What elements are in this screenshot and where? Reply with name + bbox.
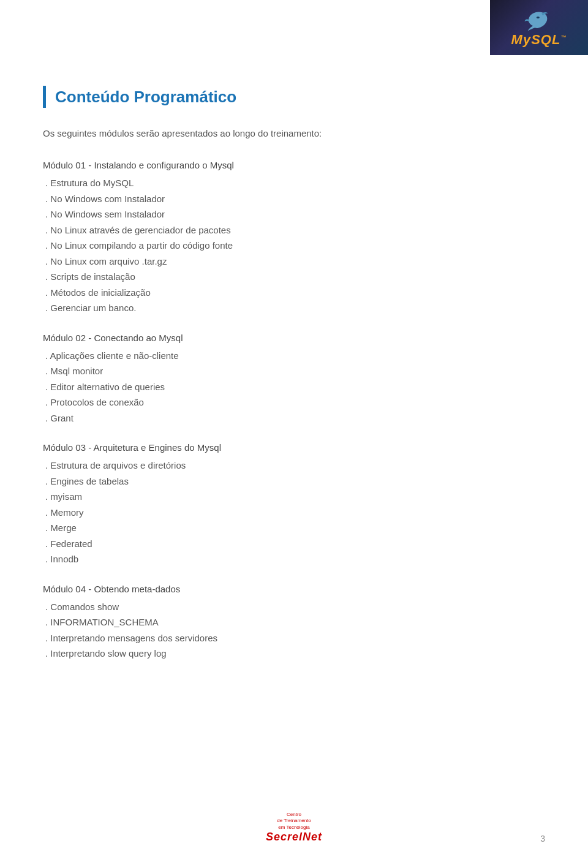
module-1-item-1: . Estrutura do MySQL: [43, 175, 545, 191]
module-2-item-3: . Editor alternativo de queries: [43, 379, 545, 395]
module-1-item-4: . No Linux através de gerenciador de pac…: [43, 222, 545, 238]
module-3-item-5: . Merge: [43, 520, 545, 536]
module-2-item-4: . Protocolos de conexão: [43, 394, 545, 410]
module-3-title: Módulo 03 - Arquitetura e Engines do Mys…: [43, 440, 545, 455]
module-4-item-4: . Interpretando slow query log: [43, 646, 545, 662]
module-3-item-6: . Federated: [43, 536, 545, 552]
module-1-item-9: . Gerenciar um banco.: [43, 300, 545, 316]
footer-brand-name: SecrelNet: [266, 831, 322, 843]
module-2-item-1: . Aplicações cliente e não-cliente: [43, 348, 545, 364]
module-3-item-3: . myisam: [43, 489, 545, 505]
page-container: MySQL™ Conteúdo Programático Os seguinte…: [0, 0, 588, 868]
module-4-block: Módulo 04 - Obtendo meta-dados . Comando…: [43, 582, 545, 662]
page-number: 3: [540, 834, 545, 843]
module-4-title: Módulo 04 - Obtendo meta-dados: [43, 582, 545, 597]
title-bar-decoration: [43, 86, 46, 108]
footer-logo-top-text: Centro de Treinamento em Tecnologia: [277, 812, 311, 831]
module-4-item-3: . Interpretando mensagens dos servidores: [43, 630, 545, 646]
mysql-brand-text: MySQL™: [511, 33, 567, 47]
module-1-item-5: . No Linux compilando a partir do código…: [43, 238, 545, 254]
module-3-item-2: . Engines de tabelas: [43, 474, 545, 489]
module-3-item-4: . Memory: [43, 505, 545, 521]
module-1-block: Módulo 01 - Instalando e configurando o …: [43, 158, 545, 316]
module-1-item-2: . No Windows com Instalador: [43, 191, 545, 207]
mysql-logo: MySQL™: [490, 0, 588, 55]
footer-logo: Centro de Treinamento em Tecnologia Secr…: [266, 812, 322, 843]
module-2-title: Módulo 02 - Conectando ao Mysql: [43, 331, 545, 345]
module-1-item-6: . No Linux com arquivo .tar.gz: [43, 254, 545, 270]
page-title: Conteúdo Programático: [55, 88, 236, 107]
module-3-block: Módulo 03 - Arquitetura e Engines do Mys…: [43, 440, 545, 567]
module-2-block: Módulo 02 - Conectando ao Mysql . Aplica…: [43, 331, 545, 426]
module-3-item-1: . Estrutura de arquivos e diretórios: [43, 458, 545, 474]
intro-text: Os seguintes módulos serão apresentados …: [43, 126, 545, 141]
module-1-item-8: . Métodos de inicialização: [43, 285, 545, 301]
module-1-title: Módulo 01 - Instalando e configurando o …: [43, 158, 545, 173]
mysql-dolphin-icon: [524, 9, 554, 33]
module-3-item-7: . Innodb: [43, 551, 545, 567]
module-1-item-3: . No Windows sem Instalador: [43, 206, 545, 222]
module-4-item-1: . Comandos show: [43, 599, 545, 615]
module-4-item-2: . INFORMATION_SCHEMA: [43, 614, 545, 630]
module-2-item-5: . Grant: [43, 410, 545, 426]
footer: Centro de Treinamento em Tecnologia Secr…: [0, 812, 588, 843]
module-2-item-2: . Msql monitor: [43, 363, 545, 379]
title-section: Conteúdo Programático: [43, 86, 545, 108]
module-1-item-7: . Scripts de instalação: [43, 269, 545, 285]
